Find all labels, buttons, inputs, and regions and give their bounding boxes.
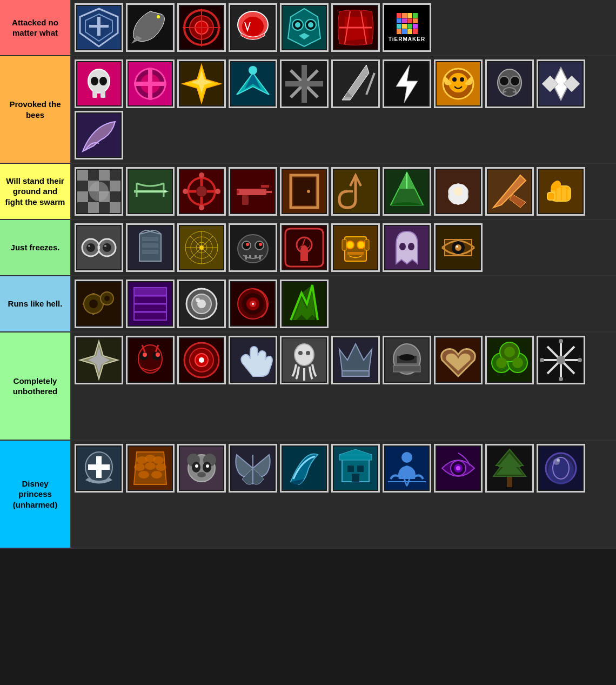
tier-content-c: ℒ — [70, 220, 616, 275]
svg-point-254 — [153, 456, 164, 464]
icon-mountain[interactable] — [383, 167, 431, 216]
svg-point-29 — [91, 77, 98, 85]
icon-frame[interactable] — [280, 167, 329, 216]
svg-point-221 — [298, 351, 303, 355]
icon-spark-gold[interactable] — [177, 59, 226, 108]
icon-orb-blue[interactable] — [537, 444, 585, 493]
icon-silhouette[interactable] — [383, 444, 431, 493]
icon-owl[interactable] — [280, 3, 329, 52]
svg-point-255 — [134, 463, 145, 471]
svg-point-195 — [196, 298, 200, 302]
icon-snowflake[interactable] — [537, 336, 585, 384]
icon-piston[interactable] — [126, 59, 175, 108]
svg-point-180 — [104, 296, 110, 301]
icon-stripes[interactable] — [126, 280, 175, 328]
svg-rect-167 — [342, 240, 346, 250]
icon-eye-mask[interactable] — [434, 223, 483, 272]
icon-berries[interactable] — [485, 336, 534, 384]
svg-rect-125 — [562, 187, 566, 201]
icon-lion[interactable] — [434, 59, 483, 108]
icon-claw-green[interactable] — [280, 280, 329, 328]
icon-orb[interactable] — [177, 280, 226, 328]
icon-gears-dark[interactable] — [75, 280, 123, 328]
icon-structure[interactable] — [331, 444, 380, 493]
icon-blade[interactable] — [331, 59, 380, 108]
icon-dragon-scales[interactable] — [126, 444, 175, 493]
icon-helm2[interactable] — [383, 336, 431, 384]
icon-spiderweb[interactable] — [177, 223, 226, 272]
svg-rect-166 — [347, 252, 364, 255]
icon-skull-gas[interactable] — [485, 59, 534, 108]
icon-squid[interactable] — [280, 336, 329, 384]
icon-skull-pink[interactable] — [75, 59, 123, 108]
svg-point-212 — [156, 353, 160, 357]
tier-row-b: Will stand their ground and fight the sw… — [0, 164, 616, 220]
icon-star4[interactable] — [75, 336, 123, 384]
icon-shield[interactable] — [75, 3, 123, 52]
icon-demon[interactable] — [126, 336, 175, 384]
svg-rect-102 — [237, 190, 239, 194]
svg-rect-79 — [88, 202, 99, 213]
svg-point-242 — [557, 356, 565, 364]
svg-point-217 — [199, 357, 204, 363]
svg-point-89 — [196, 186, 207, 197]
icon-hand[interactable] — [229, 336, 277, 384]
icon-heart-shield[interactable] — [434, 336, 483, 384]
icon-hook[interactable] — [331, 167, 380, 216]
svg-rect-66 — [77, 170, 88, 181]
icon-keyhole[interactable]: ℒ — [280, 223, 329, 272]
icon-gear-spinner[interactable] — [177, 167, 226, 216]
icon-red-splatter[interactable] — [331, 3, 380, 52]
svg-point-97 — [215, 189, 220, 194]
svg-point-171 — [408, 243, 414, 250]
icon-medic-cross[interactable] — [75, 444, 123, 493]
svg-point-134 — [88, 245, 90, 247]
icon-checker[interactable] — [75, 167, 123, 216]
icon-bird-teal[interactable] — [229, 59, 277, 108]
icon-crossbow[interactable] — [126, 167, 175, 216]
icon-target2[interactable] — [177, 336, 226, 384]
svg-point-258 — [138, 471, 149, 478]
icon-blade-teal[interactable] — [280, 444, 329, 493]
tier-content-d — [70, 276, 616, 331]
icon-helmet[interactable] — [229, 3, 277, 52]
svg-rect-28 — [101, 90, 105, 98]
svg-rect-70 — [77, 181, 88, 191]
svg-point-256 — [145, 462, 156, 470]
icon-fist[interactable] — [537, 167, 585, 216]
icon-lightning[interactable] — [383, 59, 431, 108]
svg-rect-285 — [507, 476, 512, 487]
icon-mech[interactable] — [331, 223, 380, 272]
icon-boomerang[interactable] — [485, 167, 534, 216]
icon-wings[interactable] — [229, 444, 277, 493]
icon-monster[interactable] — [229, 223, 277, 272]
svg-rect-73 — [110, 181, 120, 191]
svg-point-6 — [157, 15, 160, 18]
icon-crown[interactable] — [331, 336, 380, 384]
svg-rect-250 — [88, 464, 110, 470]
icon-spiral-eye[interactable] — [229, 280, 277, 328]
svg-rect-101 — [242, 195, 249, 205]
svg-point-57 — [499, 76, 509, 86]
svg-rect-99 — [237, 189, 266, 195]
svg-point-170 — [399, 243, 406, 250]
icon-ghost[interactable] — [383, 223, 431, 272]
svg-point-283 — [456, 466, 460, 470]
icon-vest[interactable] — [126, 223, 175, 272]
icon-target-red[interactable] — [177, 3, 226, 52]
svg-rect-157 — [255, 255, 257, 258]
svg-point-174 — [455, 244, 461, 251]
icon-cross-dark[interactable] — [280, 59, 329, 108]
svg-rect-77 — [110, 191, 120, 202]
tier-label-d: Runs like hell. — [0, 276, 70, 331]
icon-gun[interactable] — [229, 167, 277, 216]
icon-panda[interactable] — [177, 444, 226, 493]
icon-goggles[interactable] — [75, 223, 123, 272]
icon-dark-wing[interactable] — [75, 111, 123, 159]
icon-eye-purple[interactable] — [434, 444, 483, 493]
icon-cards[interactable] — [537, 59, 585, 108]
svg-rect-74 — [77, 191, 88, 202]
icon-tree[interactable] — [485, 444, 534, 493]
icon-lotus[interactable] — [434, 167, 483, 216]
icon-raven[interactable] — [126, 3, 175, 52]
